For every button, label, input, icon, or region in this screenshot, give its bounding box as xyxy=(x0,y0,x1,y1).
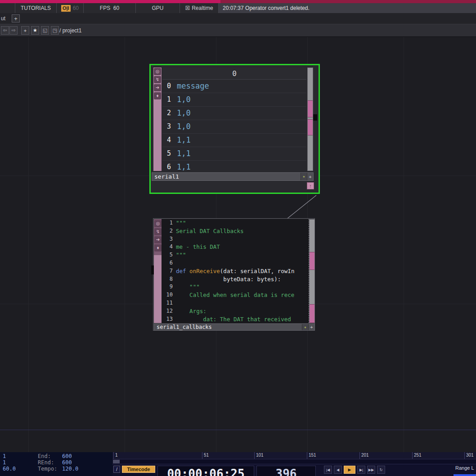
cell-value: 1,1 xyxy=(173,134,191,147)
midi-indicator-group[interactable]: O|I 60 xyxy=(57,3,84,13)
tutorials-button[interactable]: TUTORIALS xyxy=(15,3,57,13)
node-serial1-callbacks[interactable]: ◎↯➔♦ 1"""2Serial DAT Callbacks34me - thi… xyxy=(153,218,315,331)
code-line: 4me - this DAT xyxy=(162,243,309,251)
detach-network-icon[interactable]: ◳ xyxy=(51,26,59,35)
play-forward-button[interactable]: ▶ xyxy=(344,466,355,474)
timeline-panel: 1 End: 600 1 REnd: 600 60.0 Tempo: 120.0… xyxy=(0,452,476,476)
viewer-flag-icon[interactable]: ◎ xyxy=(154,68,161,75)
table-row[interactable]: 0message xyxy=(162,80,306,93)
cell-value: 1,0 xyxy=(173,107,191,120)
scrollbar-segment[interactable] xyxy=(310,304,314,323)
start-value[interactable]: 1 xyxy=(3,453,6,459)
node-name-bar[interactable]: serial1 ● + xyxy=(152,172,314,181)
timeline-scroll-thumb[interactable] xyxy=(113,460,120,463)
node-footer-strip xyxy=(152,182,314,190)
jump-start-button[interactable]: |◀ xyxy=(324,466,332,474)
table-rows: 0message11,021,031,041,151,161,1 xyxy=(162,80,306,171)
code-line: 7def onReceive(dat: serialDAT, rowIn xyxy=(162,267,309,275)
node-input-connector[interactable] xyxy=(151,265,154,274)
add-layout-button[interactable]: + xyxy=(12,14,20,22)
timeline-settings: 1 End: 600 1 REnd: 600 60.0 Tempo: 120.0 xyxy=(0,452,112,476)
dock-expand-arrow-icon[interactable]: ↑ xyxy=(307,182,314,189)
frame-ruler[interactable]: 151101151201251301 xyxy=(112,452,476,459)
node-serial1[interactable]: ◎↯➔♦ 0 0message11,021,031,041,151,161,1 … xyxy=(149,64,320,194)
cook-flag-icon[interactable]: ♦ xyxy=(154,244,162,251)
cook-flag-icon[interactable]: ♦ xyxy=(154,92,161,99)
node-name-label[interactable]: serial1 xyxy=(152,173,301,180)
gpu-menu[interactable]: GPU xyxy=(136,3,180,13)
rend-value[interactable]: 600 xyxy=(62,459,72,466)
breadcrumb-path[interactable]: / project1 xyxy=(59,24,81,37)
code-line: 1""" xyxy=(162,219,309,227)
table-row[interactable]: 41,1 xyxy=(162,134,306,147)
dock-flag-icon[interactable]: ➔ xyxy=(154,236,162,243)
scrollbar-segment[interactable] xyxy=(310,252,314,270)
fps-value[interactable]: 60.0 xyxy=(3,466,16,472)
node-add-icon[interactable]: + xyxy=(308,324,314,330)
bypass-flag-icon[interactable]: ↯ xyxy=(154,228,162,235)
grid-line xyxy=(404,37,404,452)
node-add-icon[interactable]: + xyxy=(307,173,313,180)
table-scrollbar[interactable] xyxy=(307,67,313,171)
oi-badge[interactable]: O|I xyxy=(61,5,71,12)
ruler-tick: 51 xyxy=(202,452,209,459)
node-flags: ◎↯➔♦ xyxy=(154,220,162,252)
forward-icon[interactable]: ⇨ xyxy=(9,26,18,35)
text-scrollbar[interactable] xyxy=(309,219,315,323)
table-row[interactable]: 61,1 xyxy=(162,161,306,171)
node-name-bar[interactable]: serial1_callbacks ● + xyxy=(154,323,315,331)
dock-flag-icon[interactable]: ➔ xyxy=(154,84,161,91)
dat-table-viewer[interactable]: 0 0message11,021,031,041,151,161,1 xyxy=(162,67,306,171)
transport-bar: / Timecode 00:00:06:25 396 |◀◀▶▶|▶▶↻ Ran… xyxy=(112,464,476,476)
ruler-tick: 151 xyxy=(307,452,316,459)
status-message: 20:07:37 Operator convert1 deleted. xyxy=(219,3,476,13)
layout-tab-row: ut + xyxy=(0,13,476,24)
zoom-network-icon[interactable]: ◱ xyxy=(41,26,49,35)
timecode-display: 00:00:06:25 xyxy=(157,466,254,476)
ruler-tick: 1 xyxy=(113,452,118,459)
add-bookmark-icon[interactable]: + xyxy=(21,26,29,35)
table-row[interactable]: 11,0 xyxy=(162,93,306,107)
table-row[interactable]: 21,0 xyxy=(162,107,306,120)
frame-mode-button[interactable]: / xyxy=(113,466,120,473)
end-label: End: xyxy=(38,453,51,459)
realtime-checkbox-icon[interactable]: ☒ xyxy=(185,5,190,11)
frame-display: 396 xyxy=(256,466,316,476)
star-icon[interactable]: ★ xyxy=(31,26,39,35)
back-icon[interactable]: ⇦ xyxy=(1,26,9,35)
viewer-flag-icon[interactable]: ◎ xyxy=(154,220,162,227)
fps-display: FPS 60 xyxy=(84,3,136,13)
step-back-button[interactable]: ◀ xyxy=(334,466,342,474)
realtime-toggle[interactable]: ☒ Realtime xyxy=(180,3,219,13)
dat-text-viewer[interactable]: 1"""2Serial DAT Callbacks34me - this DAT… xyxy=(162,219,309,323)
loop-button[interactable]: ↻ xyxy=(377,466,385,474)
node-state-dot-icon[interactable]: ● xyxy=(302,324,308,330)
table-row[interactable]: 31,0 xyxy=(162,120,306,134)
tempo-value[interactable]: 120.0 xyxy=(62,466,78,472)
table-row[interactable]: 51,1 xyxy=(162,147,306,161)
cell-value: message xyxy=(173,80,209,93)
timeline-scrollstrip[interactable] xyxy=(112,459,476,464)
ruler-tick: 301 xyxy=(464,452,474,459)
timecode-menu[interactable]: Timecode xyxy=(122,466,155,473)
row-index: 1 xyxy=(162,93,173,106)
code-line: 2Serial DAT Callbacks xyxy=(162,227,309,235)
step-forward-button[interactable]: ▶| xyxy=(357,466,365,474)
rstart-value[interactable]: 1 xyxy=(3,459,6,466)
code-line: 3 xyxy=(162,235,309,243)
network-editor[interactable]: ◎↯➔♦ 0 0message11,021,031,041,151,161,1 … xyxy=(0,37,476,452)
scrollbar-segment[interactable] xyxy=(308,100,313,117)
node-state-dot-icon[interactable]: ● xyxy=(301,173,307,180)
jump-end-button[interactable]: ▶▶ xyxy=(367,466,375,474)
row-index: 5 xyxy=(162,147,173,160)
end-value[interactable]: 600 xyxy=(62,453,72,459)
code-line: 8 byteData: bytes): xyxy=(162,275,309,283)
node-name-label[interactable]: serial1_callbacks xyxy=(154,324,302,330)
touchdesigner-window: TUTORIALS O|I 60 FPS 60 GPU ☒ Realtime 2… xyxy=(0,0,476,476)
scrollbar-segment[interactable] xyxy=(308,119,313,135)
row-index: 6 xyxy=(162,161,173,171)
cell-value: 1,0 xyxy=(173,120,191,133)
bypass-flag-icon[interactable]: ↯ xyxy=(154,76,161,83)
cell-value: 1,0 xyxy=(173,93,191,106)
node-output-connector[interactable] xyxy=(313,114,317,121)
